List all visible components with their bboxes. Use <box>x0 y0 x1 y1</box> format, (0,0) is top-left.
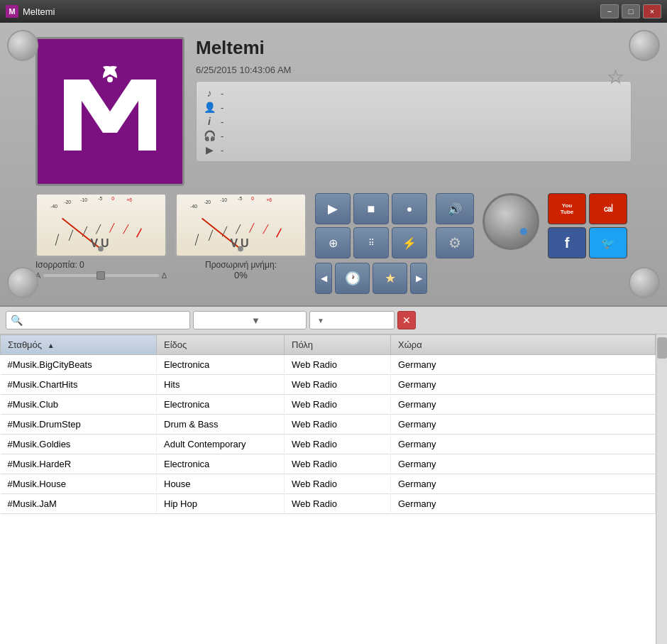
stop-button[interactable]: ■ <box>353 193 389 224</box>
cell-city: Web Radio <box>285 435 391 454</box>
station-datetime: 6/25/2015 10:43:06 AM <box>196 65 632 75</box>
vu-label-right: VU <box>230 237 251 250</box>
vu-meter-left-container: -40 -20 -10 -5 0 +6 <box>35 193 167 280</box>
info-row-play: ▶ - <box>204 144 624 155</box>
settings-button[interactable]: ⚙ <box>436 227 474 258</box>
play-icon: ▶ <box>204 144 215 155</box>
info-text: - <box>221 116 224 127</box>
volume-button[interactable]: 🔊 <box>436 193 474 224</box>
artist-text: - <box>221 102 224 113</box>
eq-button[interactable]: ⊕ <box>315 227 351 258</box>
svg-line-14 <box>137 229 142 237</box>
maximize-button[interactable]: □ <box>622 4 640 18</box>
svg-line-13 <box>123 224 129 234</box>
balance-right-label: Δ <box>162 271 167 280</box>
record-button[interactable]: ● <box>392 193 427 224</box>
svg-line-27 <box>249 223 254 232</box>
close-button[interactable]: × <box>643 4 661 18</box>
facebook-button[interactable]: f <box>548 227 586 258</box>
search-input-wrapper[interactable]: 🔍 <box>6 311 190 329</box>
favorite-star[interactable]: ☆ <box>607 65 624 89</box>
boost-button[interactable]: ⚡ <box>392 227 427 258</box>
col-header-country[interactable]: Χώρα <box>391 335 656 355</box>
col-header-genre[interactable]: Είδος <box>157 335 285 355</box>
station-info: Meltemi 6/25/2015 10:43:06 AM ♪ - 👤 - i … <box>196 37 632 162</box>
social-icons: You Tube ㎈ f 🐦 <box>548 193 627 258</box>
cell-country: Germany <box>391 355 656 375</box>
cell-country: Germany <box>391 375 656 395</box>
balance-slider-row: Α Δ <box>35 271 167 280</box>
twitter-button[interactable]: 🐦 <box>589 227 627 258</box>
knob-indicator <box>520 228 527 235</box>
player-area: ☆ Meltemi 6/25/2015 10:43:06 <box>0 23 667 305</box>
info-row-headphones: 🎧 - <box>204 130 624 141</box>
cell-genre: Drum & Bass <box>157 415 285 435</box>
genre-dropdown[interactable]: ▼ <box>193 311 307 329</box>
clock-button[interactable]: 🕐 <box>335 263 370 294</box>
station-name: Meltemi <box>196 37 632 59</box>
cell-station: #Musik.DrumStep <box>1 415 157 435</box>
play-button[interactable]: ▶ <box>315 193 351 224</box>
search-close-button[interactable]: ✕ <box>397 311 416 329</box>
youtube-button[interactable]: You Tube <box>548 193 586 224</box>
cell-genre: Electronica <box>157 454 285 474</box>
side-controls: 🔊 ⚙ <box>436 193 474 258</box>
vu-meter-right: -40 -20 -10 -5 0 +6 <box>175 193 307 257</box>
cell-genre: Electronica <box>157 395 285 415</box>
vu-label-left: VU <box>90 237 111 250</box>
search-input[interactable] <box>26 315 185 326</box>
minimize-button[interactable]: − <box>600 4 619 18</box>
cell-country: Germany <box>391 395 656 415</box>
col-header-city[interactable]: Πόλη <box>285 335 391 355</box>
cell-genre: Hits <box>157 375 285 395</box>
cell-station: #Musik.Goldies <box>1 435 157 454</box>
svg-text:-20: -20 <box>64 200 71 204</box>
table-row[interactable]: #Musik.DrumStep Drum & Bass Web Radio Ge… <box>1 415 656 435</box>
col-header-station[interactable]: Σταθμός ▲ <box>1 335 157 355</box>
table-header: Σταθμός ▲ Είδος Πόλη Χώρα <box>1 335 656 355</box>
social-row: ◀ 🕐 ★ ▶ <box>315 263 427 294</box>
screw-tl <box>7 30 38 61</box>
svg-line-26 <box>236 224 241 234</box>
svg-text:-10: -10 <box>80 197 87 202</box>
svg-text:-10: -10 <box>220 197 227 202</box>
cell-genre: Adult Contemporary <box>157 435 285 454</box>
titlebar: M Meltemi − □ × <box>0 0 667 23</box>
cell-genre: Electronica <box>157 355 285 375</box>
table-row[interactable]: #Musik.House House Web Radio Germany <box>1 474 656 494</box>
next-button[interactable]: ▶ <box>410 263 427 294</box>
playlist-button[interactable]: ⠿ <box>353 227 389 258</box>
table-row[interactable]: #Musik.JaM Hip Hop Web Radio Germany <box>1 494 656 514</box>
svg-text:-20: -20 <box>204 200 211 204</box>
svg-line-11 <box>96 224 101 234</box>
balance-label: Ισορροπία: 0 <box>35 260 167 270</box>
country-dropdown[interactable]: ▼ <box>309 311 395 329</box>
play-text: - <box>221 145 224 155</box>
album-art <box>35 37 184 186</box>
cell-city: Web Radio <box>285 474 391 494</box>
cell-station: #Musik.BigCityBeats <box>1 355 157 375</box>
balance-slider[interactable] <box>43 274 158 277</box>
knob-area <box>483 193 539 250</box>
info-row-artist: 👤 - <box>204 102 624 113</box>
lastfm-button[interactable]: ㎈ <box>589 193 627 224</box>
table-row[interactable]: #Musik.ChartHits Hits Web Radio Germany <box>1 375 656 395</box>
cell-city: Web Radio <box>285 494 391 514</box>
table-row[interactable]: #Musik.HardeR Electronica Web Radio Germ… <box>1 454 656 474</box>
list-area: 🔍 ▼ ▼ ✕ Σταθμός ▲ <box>0 305 667 644</box>
screw-tr <box>629 30 660 61</box>
cell-station: #Musik.House <box>1 474 157 494</box>
scrollbar[interactable] <box>656 334 667 644</box>
table-row[interactable]: #Musik.Club Electronica Web Radio German… <box>1 395 656 415</box>
table-row[interactable]: #Musik.BigCityBeats Electronica Web Radi… <box>1 355 656 375</box>
cell-station: #Musik.ChartHits <box>1 375 157 395</box>
artist-icon: 👤 <box>204 102 215 113</box>
controls-row: -40 -20 -10 -5 0 +6 <box>35 193 632 294</box>
cell-city: Web Radio <box>285 395 391 415</box>
volume-knob[interactable] <box>483 193 539 250</box>
cell-city: Web Radio <box>285 454 391 474</box>
favorites-button[interactable]: ★ <box>373 263 407 294</box>
table-row[interactable]: #Musik.Goldies Adult Contemporary Web Ra… <box>1 435 656 454</box>
prev-button[interactable]: ◀ <box>315 263 332 294</box>
search-bar: 🔍 ▼ ▼ ✕ <box>0 307 667 334</box>
